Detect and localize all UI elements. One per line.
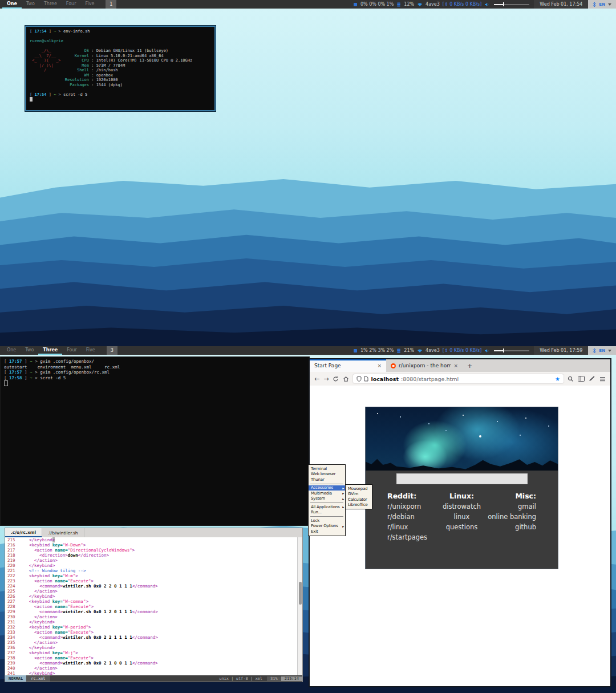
url-bar[interactable]: localhost:8080/startpage.html ★ [353,374,564,383]
workspace-three[interactable]: Three [38,346,62,355]
page-info-icon[interactable] [364,376,368,382]
workspace-one[interactable]: One [2,0,22,9]
submenu-item-gvim[interactable]: GVim [346,492,372,497]
accessories-submenu: MousepadGVimCalculatorLibreoffice [345,484,372,509]
taskbar: OneTwoThreeFourFive 1 0% 0% 0% 1% 12% 4a… [0,0,616,9]
line-number: 233 [5,630,19,635]
clock[interactable]: Wed Feb 01, 17:59 [534,346,588,355]
code-line: 229 <command>wintiler.sh 0x0 1 2 0 1 1 1… [5,609,302,614]
link-distrowatch[interactable]: distrowatch [437,501,487,512]
link-r-linux[interactable]: r/linux [387,522,437,532]
menu-item-accessories[interactable]: Accessories▸ [309,485,345,491]
code-line: 234 <command>wintiler.sh 0x0 2 2 1 1 1 1… [5,635,302,640]
shield-icon[interactable] [356,376,362,382]
search-input[interactable] [396,473,528,484]
menu-item-multimedia[interactable]: Multimedia▸ [309,491,345,496]
workspace-three[interactable]: Three [39,0,62,9]
link-gmail[interactable]: gmail [487,501,536,512]
forward-button[interactable]: → [323,376,329,382]
menu-separator [310,516,343,517]
menu-item-power-options[interactable]: Power Options▸ [309,524,345,529]
menu-item-terminal[interactable]: Terminal [309,466,345,472]
menu-separator [310,484,343,484]
bluetooth-icon[interactable] [593,348,596,354]
chevron-down-icon[interactable] [608,3,611,6]
browser-tab[interactable]: r/unixporn - the home fo× [386,359,463,372]
window-count-badge[interactable]: 1 [106,0,116,9]
tab-close-icon[interactable]: × [377,363,382,368]
menu-button[interactable] [599,376,606,382]
desktop-screenshots: OneTwoThreeFourFive 1 0% 0% 0% 1% 12% 4a… [0,0,616,693]
scrollbar[interactable] [297,537,302,675]
code-line: 233 <action name="Execute"> [5,630,302,635]
menu-item-lock[interactable]: Lock [309,518,345,524]
cpu-usage: 1% 2% 3% 2% [360,348,394,353]
workspace-two[interactable]: Two [22,0,39,9]
code-line: 225 </action> [5,589,302,594]
keyboard-layout[interactable]: EN [599,2,605,7]
link-online-banking[interactable]: online banking [487,512,536,522]
link-r-debian[interactable]: r/debian [387,512,437,522]
gvim-code[interactable]: 215 </keybind>216 <keybind key="W-Down">… [5,537,302,675]
code-line: 238 <action name="Execute"> [5,655,302,660]
line-number: 215 [5,537,19,542]
menu-item-run[interactable]: Run... [309,510,345,516]
submenu-item-calculator[interactable]: Calculator [346,497,372,502]
firefox-window[interactable]: Start Page×r/unixporn - the home fo×+ ← … [309,358,611,687]
menu-item-thunar[interactable]: Thunar [309,477,345,483]
submenu-item-libreoffice[interactable]: Libreoffice [346,502,372,508]
gvim-tab[interactable]: .c/o/rc.xml [5,528,42,537]
menu-item-web-browser[interactable]: Web browser [309,472,345,477]
menu-item-system[interactable]: System▸ [309,496,345,502]
submenu-item-mousepad[interactable]: Mousepad [346,486,372,492]
scroll-percent: 31% [267,676,281,681]
search-icon[interactable] [568,376,574,382]
link-r-unixporn[interactable]: r/unixporn [387,501,437,512]
code-line: 218 <direction>down</direction> [5,553,302,558]
workspace-two[interactable]: Two [21,346,38,355]
browser-tab[interactable]: Start Page× [310,359,386,372]
link-github[interactable]: github [487,522,536,532]
link-r-startpages[interactable]: r/startpages [387,532,437,542]
volume-slider[interactable] [494,2,529,6]
new-tab-button[interactable]: + [463,359,477,372]
menu-item-all-applications[interactable]: All Applications▸ [309,504,345,510]
reload-button[interactable] [333,376,339,382]
vim-mode-badge: NORMAL [5,675,26,682]
info-value: 1544 (dpkg) [96,83,123,87]
sidebar-icon[interactable] [578,376,585,382]
menu-item-exit[interactable]: Exit [309,529,345,534]
gvim-tab[interactable]: .l/b/wintiler.sh [42,528,84,537]
gvim-window[interactable]: .c/o/rc.xml.l/b/wintiler.sh 215 </keybin… [5,528,303,682]
workspace-one[interactable]: One [2,346,21,355]
bluetooth-icon[interactable] [593,2,596,7]
volume-icon[interactable] [484,2,489,7]
window-count-badge[interactable]: 3 [107,346,117,355]
tab-close-icon[interactable]: × [453,363,458,368]
terminal-window[interactable]: [ 17:57 ] ~ > gvim .config/openbox/autos… [0,356,310,526]
workspace-five[interactable]: Five [82,346,100,355]
back-button[interactable]: ← [314,376,319,382]
code-line: 237 <keybind key="W-j"> [5,650,302,655]
wifi-icon [417,348,423,353]
chevron-down-icon[interactable] [608,350,611,352]
workspace-four[interactable]: Four [62,346,82,355]
gvim-statusbar: NORMAL rc.xml unix | utf-8 | xml 31% 215… [5,675,302,682]
workspace-five[interactable]: Five [80,0,99,9]
clock[interactable]: Wed Feb 01, 17:54 [534,0,588,9]
workspace-four[interactable]: Four [62,0,81,9]
scrollbar-thumb[interactable] [299,582,302,605]
filename: rc.xml [26,675,50,682]
code-line: 240 </action> [5,666,302,671]
volume-icon[interactable] [484,348,489,353]
tab-title: Start Page [314,363,374,368]
volume-slider[interactable] [494,348,529,352]
terminal-window[interactable]: _/\_ __\ 7/__ <_ ){ _> |/ )\| / [ 17:54 … [25,26,216,111]
tab-title: r/unixporn - the home fo [399,363,451,368]
keyboard-layout[interactable]: EN [599,348,605,353]
bookmark-star-icon[interactable]: ★ [555,376,560,382]
link-linux-questions[interactable]: linux questions [437,512,487,532]
highlighter-icon[interactable] [589,376,595,382]
ram-usage: 21% [404,348,414,353]
home-button[interactable] [343,376,349,382]
